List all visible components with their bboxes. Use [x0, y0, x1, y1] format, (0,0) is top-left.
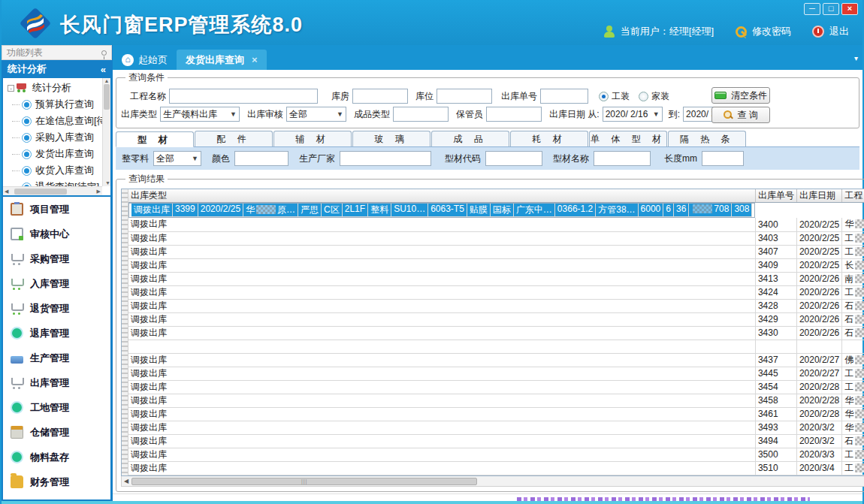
- sidebar-item-11[interactable]: 物料盘存: [3, 445, 110, 469]
- category-tab-7[interactable]: 单 体 型 材: [589, 131, 667, 146]
- sidebar-group-header[interactable]: 统计分析 «: [2, 60, 112, 78]
- table-row[interactable]: 调拨出库35002020/3/3工共工程曹佳D区3L1F整料LT3P606063…: [128, 448, 864, 461]
- category-tab-5[interactable]: 成 品: [431, 131, 509, 146]
- table-row[interactable]: 调拨出库34072020/2/25工共工程严思G区1L1F整料光身料6063-T…: [128, 245, 864, 258]
- tree-node-icon: [22, 166, 32, 176]
- project-name-input[interactable]: [169, 89, 318, 104]
- slot-label: 库位: [415, 90, 434, 103]
- tree-item[interactable]: 预算执行查询: [8, 96, 110, 113]
- radio-selected-icon: [599, 92, 609, 101]
- tree-item[interactable]: 发货出库查询: [8, 146, 110, 162]
- table-row[interactable]: 调拨出库34132020/2/26南…严思C区5R3F整料G714226063-…: [128, 272, 864, 285]
- table-cell: 工共工程: [842, 367, 864, 380]
- bottom-edge-strip: [2, 501, 862, 504]
- room-input[interactable]: [352, 89, 408, 104]
- table-row[interactable]: 调拨出库33992020/2/25华原…严思C区2L1F整料SU10…6063-…: [128, 203, 755, 218]
- category-tab-2[interactable]: 配 件: [195, 131, 273, 146]
- tree-expand-icon[interactable]: -: [8, 85, 14, 92]
- date-from-select[interactable]: 2020/ 2/16▼: [603, 107, 663, 122]
- sidebar-item-7[interactable]: 生产管理: [3, 346, 110, 370]
- sidebar-item-6[interactable]: 退库管理: [3, 321, 110, 346]
- table-row[interactable]: 调拨出库34032020/2/25工共工程严思G区1R1F整料光身料6063-T…: [128, 231, 864, 245]
- sidebar-item-4[interactable]: 入库管理: [3, 271, 110, 296]
- table-row[interactable]: 调拨出库35122020/3/4工共工程陈琳F区1L2F整料光身料6063-T5…: [128, 475, 864, 475]
- category-tab-1[interactable]: 型 材: [116, 131, 194, 147]
- table-row[interactable]: 调拨出库34282020/2/26石城陈琳G区2L4F整料KLM38176063…: [128, 299, 864, 312]
- tree-item[interactable]: 在途信息查询[待: [8, 113, 110, 129]
- sidebar-item-10[interactable]: 仓储管理: [3, 420, 110, 445]
- category-tab-6[interactable]: 耗 材: [510, 131, 588, 146]
- table-row[interactable]: 调拨出库34542020/2/28工共工程严思G区1R1F整料光身料6063-T…: [128, 380, 864, 394]
- tab-home[interactable]: ⌂ 起始页: [113, 50, 177, 70]
- table-row[interactable]: 调拨出库34612020/2/28华原…陈琳B区1R2F整料F8877FT606…: [128, 407, 864, 421]
- category-tab-3[interactable]: 辅 材: [273, 131, 352, 146]
- logout-link[interactable]: 退出: [829, 25, 849, 38]
- table-cell: 2020/2/25: [796, 218, 841, 231]
- radio-jiazhuang[interactable]: 家装: [639, 90, 669, 103]
- table-cell: 调拨出库: [128, 326, 755, 340]
- table-row[interactable]: 调拨出库34452020/2/27工共工程严思F区5R1F整料光身料6063-T…: [128, 367, 864, 380]
- table-row[interactable]: 调拨出库34942020/3/2石辉城汤伟M区5R1F整料光身料6063-T5贴…: [128, 434, 864, 448]
- change-password-link[interactable]: 修改密码: [752, 25, 791, 38]
- table-cell: C区: [322, 204, 343, 217]
- pin-icon[interactable]: [101, 50, 107, 56]
- sidebar-item-12[interactable]: 财务管理: [3, 469, 110, 494]
- length-input[interactable]: [702, 151, 744, 166]
- table-row[interactable]: G区3L3F整料KLM38176063-T5贴膜国标山东华…GA90M09.门下…: [128, 340, 864, 353]
- profile-code-input[interactable]: [485, 151, 542, 166]
- color-input[interactable]: [234, 151, 289, 166]
- column-header[interactable]: 出库单号: [755, 189, 796, 203]
- minimize-button[interactable]: ─: [804, 3, 820, 15]
- sidebar-item-2[interactable]: 审核中心: [3, 222, 110, 246]
- tab-close-icon[interactable]: ×: [252, 54, 258, 65]
- table-row[interactable]: 调拨出库34242020/2/26工工程严思G区1L1F整料光身料6063-T5…: [128, 285, 864, 299]
- maximize-button[interactable]: □: [823, 3, 839, 15]
- column-header[interactable]: 出库类型: [128, 189, 755, 203]
- tab-list-dropdown-icon[interactable]: ▾: [854, 54, 858, 62]
- close-button[interactable]: ×: [841, 3, 858, 15]
- tree-vertical-scrollbar[interactable]: ▲▼: [102, 78, 110, 186]
- grid-horizontal-scrollbar[interactable]: ◀|||▶: [121, 476, 864, 487]
- table-cell: 调拨出库: [128, 272, 755, 285]
- column-header[interactable]: 工程: [842, 189, 864, 203]
- order-no-input[interactable]: [540, 89, 588, 104]
- table-row[interactable]: 调拨出库34292020/2/26石城陈琳G区5R2F整料KLM38176063…: [128, 312, 864, 326]
- table-cell: 石城: [842, 299, 864, 312]
- table-row[interactable]: 调拨出库34302020/2/26石城陈琳G区3L3F整料KLM38176063…: [128, 326, 864, 340]
- radio-gongzhuang[interactable]: 工装: [599, 90, 630, 103]
- tree-root-statistics[interactable]: - 统计分析: [8, 80, 110, 96]
- tab-shipment-out-query[interactable]: 发货出库查询 ×: [177, 50, 267, 70]
- sidebar-item-8[interactable]: 出库管理: [3, 370, 110, 395]
- column-header[interactable]: 出库日期: [796, 189, 841, 203]
- tree-item[interactable]: 退库管理[待定]: [8, 195, 110, 197]
- category-tab-8[interactable]: 隔 热 条: [668, 131, 746, 146]
- sidebar-item-3[interactable]: 采购管理: [3, 246, 110, 271]
- audit-select[interactable]: 全部▼: [286, 107, 346, 122]
- tree-item[interactable]: 收货入库查询: [8, 162, 110, 179]
- tree-horizontal-scrollbar[interactable]: ◀▶: [3, 186, 102, 195]
- function-list-title: 功能列表: [7, 47, 43, 59]
- sidebar-item-13[interactable]: 结转管理: [3, 494, 110, 501]
- search-button[interactable]: 查 询: [711, 107, 770, 123]
- out-type-select[interactable]: 生产领料出库▼: [160, 107, 240, 122]
- product-type-input[interactable]: [393, 107, 449, 122]
- table-row[interactable]: 调拨出库34372020/2/27佛…陈琳B区3R6F整料PW056063-T5…: [128, 353, 864, 367]
- table-row[interactable]: 调拨出库34092020/2/25长…陈琳B区2R5F整料LI35HD6063-…: [128, 258, 864, 272]
- table-row[interactable]: 调拨出库34582020/2/28华原…陈琳C区4L1F整料光身料6063-T5…: [128, 394, 864, 407]
- current-user-label: 当前用户：经理[经理]: [621, 25, 714, 38]
- collapse-icon[interactable]: «: [101, 64, 106, 75]
- table-row[interactable]: 调拨出库34002020/2/25华原…严思C区4L1F整料SU10…6063-…: [128, 218, 864, 231]
- table-row[interactable]: 调拨出库35102020/3/4工共工程陈琳F区5R1F整料光身料6063-T5…: [128, 461, 864, 475]
- table-row[interactable]: 调拨出库34932020/3/2华原…陈琳C区1L1F整料黑色塑料不贴膜国标湖南…: [128, 421, 864, 434]
- clear-conditions-button[interactable]: 清空条件: [711, 87, 770, 104]
- maker-input[interactable]: [340, 151, 431, 166]
- tree-item[interactable]: 采购入库查询: [8, 129, 110, 146]
- slot-input[interactable]: [437, 89, 492, 104]
- profile-name-input[interactable]: [594, 151, 651, 166]
- sidebar-item-9[interactable]: 工地管理: [3, 395, 110, 420]
- sidebar-item-5[interactable]: 退货管理: [3, 296, 110, 321]
- whole-piece-select[interactable]: 全部▼: [153, 151, 201, 166]
- category-tab-4[interactable]: 玻 璃: [352, 131, 430, 146]
- keeper-input[interactable]: [486, 107, 542, 122]
- sidebar-item-1[interactable]: 项目管理: [3, 197, 110, 222]
